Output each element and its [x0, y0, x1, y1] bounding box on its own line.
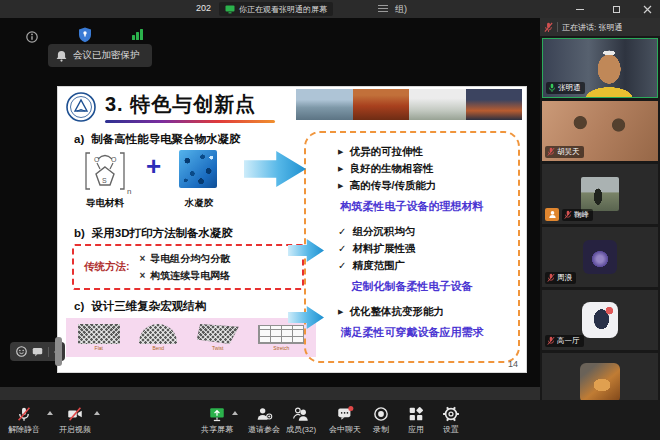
participant-tile[interactable]: 张明通 — [542, 38, 658, 98]
participant-tile[interactable] — [542, 353, 658, 400]
campus-photo-strip — [296, 89, 522, 120]
maximize-button[interactable] — [606, 2, 626, 16]
unmute-button[interactable]: 解除静音 — [0, 405, 52, 435]
participant-tile[interactable]: 高一厅 — [542, 290, 658, 350]
model-bend: Bend — [139, 324, 177, 351]
speaking-label: 正在讲话: 张明通 — [562, 22, 622, 33]
layout-icon[interactable] — [378, 5, 388, 13]
network-signal-icon[interactable] — [132, 29, 143, 40]
limitation-item: ×构筑连续导电网络 — [140, 269, 231, 283]
traditional-method-box: 传统方法: ×导电组分均匀分散 ×构筑连续导电网络 — [72, 244, 304, 290]
divider — [48, 347, 49, 357]
model-twist: Twist — [197, 324, 239, 351]
title-underline — [105, 120, 275, 123]
hydrogel-cube-image — [179, 150, 217, 188]
meeting-toolbar: 解除静音 开启视频 共享屏幕 — [0, 400, 660, 440]
advantage-item: ✓精度范围广 — [306, 257, 518, 274]
name-pill: 高一厅 — [545, 335, 584, 347]
meeting-duration: 202 — [196, 3, 211, 13]
speaking-indicator: 正在讲话: 张明通 — [540, 18, 660, 36]
emoji-icon[interactable] — [16, 346, 27, 357]
campus-photo — [296, 89, 353, 120]
section-c-heading: c)设计三维复杂宏观结构 — [74, 299, 206, 314]
section-b-heading: b)采用3D打印方法制备水凝胶 — [74, 226, 233, 241]
advantage-item: ▶良好的生物相容性 — [306, 160, 518, 177]
model-flat: Flat — [78, 324, 120, 351]
video-options-caret[interactable] — [94, 411, 100, 415]
meeting-window: 202 你正在观看张明通的屏幕 组) — [0, 0, 660, 440]
campus-photo — [466, 89, 523, 120]
members-icon — [291, 405, 311, 423]
minimize-button[interactable] — [570, 2, 590, 16]
encryption-toast-text: 会议已加密保护 — [73, 49, 140, 62]
mic-muted-icon — [564, 210, 572, 220]
camera-off-icon — [65, 405, 85, 423]
divider — [557, 22, 558, 32]
university-logo — [66, 92, 96, 126]
chat-quick-icon[interactable] — [32, 347, 43, 357]
mic-muted-icon — [547, 147, 555, 157]
person-icon — [548, 210, 557, 219]
gear-icon — [441, 405, 461, 423]
meeting-info-icon[interactable] — [26, 29, 38, 47]
participant-tile[interactable]: 鞠峰 — [542, 164, 658, 224]
settings-button[interactable]: 设置 — [423, 405, 479, 435]
svg-text:O: O — [94, 156, 100, 163]
section-a-heading: a)制备高性能导电聚合物水凝胶 — [74, 132, 241, 147]
conclusion-text: 定制化制备柔性电子设备 — [306, 279, 518, 294]
flow-arrow — [244, 151, 306, 187]
share-banner-text: 你正在观看张明通的屏幕 — [239, 4, 327, 15]
screen-share-banner: 你正在观看张明通的屏幕 — [219, 2, 333, 16]
svg-text:O: O — [111, 156, 117, 163]
quickbar-handle[interactable] — [55, 337, 62, 366]
host-badge — [545, 208, 559, 221]
structure-models-strip: Flat Bend Twist Stretch — [66, 318, 316, 357]
advantages-panel: ▶优异的可拉伸性 ▶良好的生物相容性 ▶高的传导/传质能力 构筑柔性电子设备的理… — [304, 131, 520, 363]
campus-photo — [353, 89, 410, 120]
start-video-button[interactable]: 开启视频 — [47, 405, 103, 435]
mic-muted-icon — [547, 336, 555, 346]
svg-text:n: n — [127, 187, 131, 195]
name-pill: 张明通 — [546, 82, 585, 94]
share-screen-icon — [207, 405, 227, 423]
name-pill: 周浪 — [545, 272, 576, 284]
name-pill: 胡昊天 — [545, 146, 584, 158]
mic-on-icon — [548, 83, 556, 93]
advantage-item: ▶优化整体抗变形能力 — [306, 303, 518, 320]
participant-tile[interactable]: 胡昊天 — [542, 101, 658, 161]
polymer-structure-diagram: n O O S — [80, 147, 132, 199]
monitor-icon — [225, 5, 235, 14]
participant-tile[interactable]: 周浪 — [542, 227, 658, 287]
conclusion-text: 构筑柔性电子设备的理想材料 — [306, 199, 518, 214]
plus-sign: + — [146, 151, 161, 182]
mic-off-icon — [14, 405, 34, 423]
participant-avatar — [581, 177, 619, 211]
invite-person-icon — [254, 405, 274, 423]
campus-photo — [409, 89, 466, 120]
encryption-toast: 会议已加密保护 — [48, 44, 152, 67]
close-button[interactable] — [637, 2, 657, 16]
close-icon — [643, 5, 652, 14]
hydrogel-label: 水凝胶 — [166, 197, 232, 210]
slide-page-number: 14 — [508, 359, 518, 369]
name-pill: 鞠峰 — [562, 209, 593, 221]
chat-icon — [335, 405, 355, 423]
slide-title: 3. 特色与创新点 — [105, 91, 256, 118]
mic-muted-icon — [547, 273, 555, 283]
model-stretch: Stretch — [258, 325, 304, 351]
svg-text:S: S — [102, 177, 107, 184]
advantage-item: ✓组分沉积均匀 — [306, 223, 518, 240]
mic-muted-icon — [544, 22, 553, 33]
advantage-item: ▶高的传导/传质能力 — [306, 177, 518, 194]
participant-avatar — [580, 363, 620, 400]
shared-screen-slide: 3. 特色与创新点 a)制备高性能导电聚合物水凝胶 n O O S — [57, 86, 527, 373]
material-label: 导电材料 — [72, 197, 138, 210]
participant-avatar — [583, 240, 617, 274]
meeting-title: 组) — [395, 3, 407, 16]
bell-icon — [56, 50, 67, 62]
limitation-item: ×导电组分均匀分散 — [140, 252, 231, 266]
advantage-item: ▶优异的可拉伸性 — [306, 143, 518, 160]
content-bottom-strip — [0, 387, 540, 400]
participants-sidebar: 正在讲话: 张明通 张明通 胡昊天 — [540, 18, 660, 400]
conclusion-text: 满足柔性可穿戴设备应用需求 — [306, 325, 518, 340]
